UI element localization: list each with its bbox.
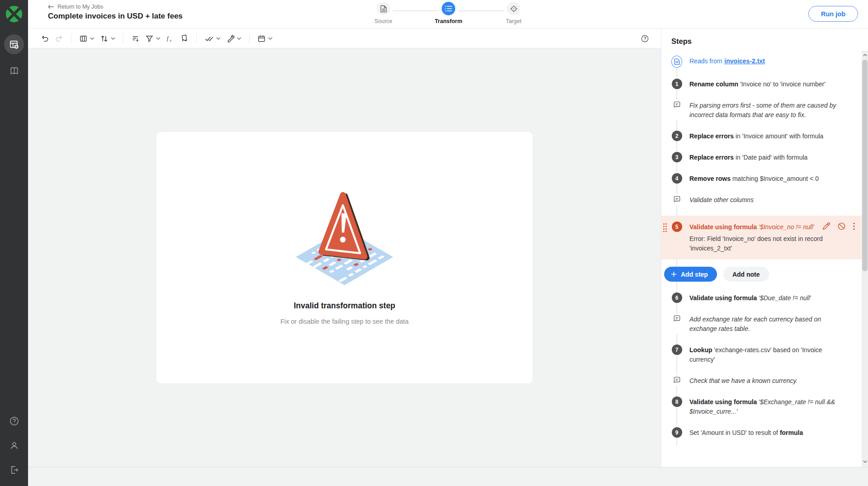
help-icon	[9, 416, 19, 426]
sidebar-item-docs[interactable]	[4, 61, 24, 80]
document-icon	[674, 58, 680, 65]
sidebar-logout-button[interactable]	[4, 460, 24, 480]
chevron-down-icon	[237, 37, 241, 40]
sidebar-item-transform[interactable]	[4, 34, 24, 54]
error-subtitle: Fix or disable the failing step to see t…	[280, 318, 409, 325]
step-action: formula	[780, 429, 803, 436]
scrollbar-up-button[interactable]	[862, 52, 868, 58]
step-action: Validate using formula	[689, 294, 757, 302]
kebab-menu-icon	[853, 222, 855, 231]
step-menu-button[interactable]	[853, 222, 855, 231]
disable-step-button[interactable]	[837, 222, 846, 231]
toolbar-divider	[196, 33, 197, 43]
stepper: Source Transform Target	[355, 2, 542, 27]
wrench-icon	[226, 34, 235, 43]
bottom-strip	[28, 467, 868, 486]
filter-menu-button[interactable]	[142, 32, 163, 45]
sidebar-account-button[interactable]	[4, 435, 24, 455]
fix-tools-menu-button[interactable]	[223, 32, 244, 45]
stepper-target-label: Target	[506, 18, 522, 24]
redo-button[interactable]	[52, 32, 66, 45]
step-action: Lookup	[689, 346, 712, 354]
svg-text:x: x	[170, 38, 172, 42]
step-detail: matching $Invoice_amount < 0	[731, 175, 819, 182]
step-row-7[interactable]: 7 Lookup 'exchange-rates.csv' based on '…	[661, 344, 868, 364]
note-icon	[673, 376, 681, 384]
step-detail: in 'Date paid' with formula	[734, 154, 807, 161]
mark-invalid-button[interactable]	[177, 32, 191, 45]
pencil-icon	[822, 222, 830, 231]
step-row-8[interactable]: 8 Validate using formula '$Exchange_rate…	[661, 396, 868, 416]
filter-icon	[145, 34, 154, 43]
step-number-badge: 6	[672, 293, 682, 303]
step-insert-buttons: Add step Add note	[664, 267, 868, 282]
calendar-icon	[257, 34, 266, 43]
note-row[interactable]: Check that we have a known currency.	[661, 375, 868, 386]
step-number-badge: 1	[672, 79, 682, 89]
source-row[interactable]: Reads frominvoices-2.txt	[661, 56, 868, 68]
redo-icon	[55, 34, 63, 43]
source-file-link[interactable]: invoices-2.txt	[724, 57, 764, 65]
stepper-source-label: Source	[374, 18, 392, 24]
header: Return to My Jobs Complete invoices in U…	[28, 0, 868, 28]
sort-menu-button[interactable]	[97, 32, 118, 45]
step-row-1[interactable]: 1 Rename column 'Invoice no' to 'invoice…	[661, 79, 868, 89]
back-arrow-icon	[48, 5, 54, 9]
step-action: Rename column	[689, 80, 738, 88]
step-row-5-error[interactable]: 5 Validate using formula '$Invoice_no !=…	[661, 216, 868, 260]
clover-logo-icon	[5, 5, 23, 23]
step-row-6[interactable]: 6 Validate using formula '$Due_date != n…	[661, 293, 868, 303]
note-icon	[673, 195, 681, 203]
app-logo[interactable]	[0, 0, 28, 28]
error-title: Invalid transformation step	[294, 301, 396, 311]
step-number-badge: 8	[672, 396, 682, 407]
run-job-button[interactable]: Run job	[808, 6, 858, 22]
back-link[interactable]: Return to My Jobs	[48, 4, 103, 10]
canvas: Invalid transformation step Fix or disab…	[28, 48, 661, 467]
chevron-down-icon	[268, 37, 273, 40]
step-action: Replace errors	[689, 132, 734, 140]
scrollbar-thumb[interactable]	[862, 60, 868, 271]
step-error-message: Error: Field 'Invoice_no' does not exist…	[689, 234, 843, 253]
columns-menu-button[interactable]	[76, 32, 97, 45]
scrollbar-down-button[interactable]	[862, 458, 868, 465]
step-number-badge-error: 5	[672, 222, 682, 232]
steps-panel-title: Steps	[661, 29, 868, 46]
note-row[interactable]: Validate other columns	[661, 194, 868, 205]
chevron-down-icon	[863, 460, 867, 463]
list-icon	[445, 5, 452, 12]
stepper-source[interactable]: Source	[355, 2, 411, 24]
add-note-button[interactable]: Add note	[723, 267, 769, 282]
step-detail: 'Invoice no' to 'invoice number'	[738, 80, 826, 88]
align-rows-icon	[131, 34, 140, 43]
validate-menu-button[interactable]	[202, 32, 223, 45]
edit-step-button[interactable]	[822, 222, 830, 231]
stepper-transform[interactable]: Transform	[420, 2, 476, 24]
rows-button[interactable]	[128, 32, 142, 45]
toolbar-help-button[interactable]	[638, 32, 652, 45]
drag-handle-icon[interactable]	[663, 223, 667, 235]
double-check-icon	[204, 34, 214, 43]
formula-fx-icon: f x	[166, 34, 175, 43]
source-prefix: Reads from	[689, 57, 722, 65]
toolbar-divider	[123, 33, 123, 43]
toolbar: f x	[28, 29, 661, 48]
sidebar-help-button[interactable]	[4, 411, 24, 431]
document-icon	[380, 5, 387, 13]
add-step-label: Add step	[681, 271, 708, 278]
steps-panel: Steps Reads frominvoices-2.txt 1 Rename …	[661, 29, 868, 467]
note-row[interactable]: Fix parsing errors first - some of them …	[661, 100, 868, 120]
step-row-9[interactable]: 9 Set 'Amount in USD' to result of formu…	[661, 427, 868, 438]
back-link-label: Return to My Jobs	[57, 4, 103, 10]
step-row-2[interactable]: 2 Replace errors in 'Invoice amount' wit…	[661, 131, 868, 141]
date-format-menu-button[interactable]	[255, 32, 275, 45]
undo-button[interactable]	[38, 32, 52, 45]
step-row-4[interactable]: 4 Remove rows matching $Invoice_amount <…	[661, 173, 868, 184]
add-step-button[interactable]: Add step	[664, 267, 717, 282]
steps-scrollbar[interactable]	[862, 51, 868, 467]
formula-button[interactable]: f x	[163, 32, 177, 45]
note-row[interactable]: Add exchange rate for each currency base…	[661, 314, 868, 334]
stepper-target[interactable]: Target	[486, 2, 542, 24]
step-row-3[interactable]: 3 Replace errors in 'Date paid' with for…	[661, 152, 868, 162]
stepper-transform-label: Transform	[434, 18, 462, 24]
